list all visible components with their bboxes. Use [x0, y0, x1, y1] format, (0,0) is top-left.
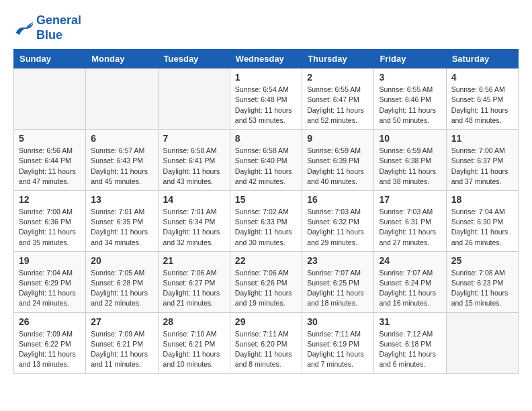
col-header-monday: Monday — [86, 50, 158, 68]
calendar-cell: 5Sunrise: 6:56 AMSunset: 6:44 PMDaylight… — [14, 130, 86, 191]
calendar-cell: 17Sunrise: 7:03 AMSunset: 6:31 PMDayligh… — [374, 190, 446, 251]
calendar-cell: 8Sunrise: 6:58 AMSunset: 6:40 PMDaylight… — [230, 130, 302, 191]
day-number: 22 — [235, 255, 297, 266]
day-number: 31 — [379, 316, 441, 327]
day-info: Sunrise: 7:03 AMSunset: 6:31 PMDaylight:… — [379, 207, 441, 248]
calendar-cell: 27Sunrise: 7:09 AMSunset: 6:21 PMDayligh… — [86, 312, 158, 373]
calendar-cell — [14, 68, 86, 130]
day-number: 9 — [307, 133, 369, 144]
calendar-cell: 23Sunrise: 7:07 AMSunset: 6:25 PMDayligh… — [302, 251, 374, 312]
day-number: 14 — [163, 194, 225, 205]
page-header: General Blue — [13, 13, 519, 42]
day-number: 6 — [91, 133, 152, 144]
day-info: Sunrise: 6:54 AMSunset: 6:48 PMDaylight:… — [235, 85, 297, 126]
calendar-week-row: 26Sunrise: 7:09 AMSunset: 6:22 PMDayligh… — [14, 312, 519, 373]
day-number: 7 — [163, 133, 225, 144]
day-number: 20 — [91, 255, 152, 266]
day-number: 28 — [163, 316, 225, 327]
calendar-cell — [446, 312, 518, 373]
calendar-week-row: 19Sunrise: 7:04 AMSunset: 6:29 PMDayligh… — [14, 251, 519, 312]
day-number: 15 — [235, 194, 297, 205]
day-number: 23 — [307, 255, 369, 266]
day-number: 30 — [307, 316, 369, 327]
calendar-cell — [86, 68, 158, 130]
day-info: Sunrise: 7:01 AMSunset: 6:35 PMDaylight:… — [91, 207, 152, 248]
calendar-cell: 12Sunrise: 7:00 AMSunset: 6:36 PMDayligh… — [14, 190, 86, 251]
calendar-table: SundayMondayTuesdayWednesdayThursdayFrid… — [13, 49, 519, 373]
calendar-cell: 21Sunrise: 7:06 AMSunset: 6:27 PMDayligh… — [158, 251, 230, 312]
calendar-cell: 22Sunrise: 7:06 AMSunset: 6:26 PMDayligh… — [230, 251, 302, 312]
day-info: Sunrise: 7:02 AMSunset: 6:33 PMDaylight:… — [235, 207, 297, 248]
calendar-header-row: SundayMondayTuesdayWednesdayThursdayFrid… — [14, 50, 519, 68]
day-info: Sunrise: 7:00 AMSunset: 6:36 PMDaylight:… — [19, 207, 81, 248]
col-header-thursday: Thursday — [302, 50, 374, 68]
day-number: 26 — [19, 316, 81, 327]
day-info: Sunrise: 7:12 AMSunset: 6:18 PMDaylight:… — [379, 329, 441, 370]
calendar-cell: 11Sunrise: 7:00 AMSunset: 6:37 PMDayligh… — [446, 130, 518, 191]
logo-text: General Blue — [36, 13, 81, 42]
calendar-cell: 19Sunrise: 7:04 AMSunset: 6:29 PMDayligh… — [14, 251, 86, 312]
day-number: 12 — [19, 194, 81, 205]
calendar-cell: 13Sunrise: 7:01 AMSunset: 6:35 PMDayligh… — [86, 190, 158, 251]
calendar-week-row: 1Sunrise: 6:54 AMSunset: 6:48 PMDaylight… — [14, 68, 519, 130]
day-info: Sunrise: 7:00 AMSunset: 6:37 PMDaylight:… — [451, 146, 513, 187]
day-number: 2 — [307, 72, 369, 83]
calendar-cell: 7Sunrise: 6:58 AMSunset: 6:41 PMDaylight… — [158, 130, 230, 191]
day-info: Sunrise: 7:06 AMSunset: 6:26 PMDaylight:… — [235, 268, 297, 309]
day-info: Sunrise: 7:06 AMSunset: 6:27 PMDaylight:… — [163, 268, 225, 309]
logo-icon — [13, 19, 34, 38]
day-info: Sunrise: 6:57 AMSunset: 6:43 PMDaylight:… — [91, 146, 152, 187]
day-info: Sunrise: 7:07 AMSunset: 6:24 PMDaylight:… — [379, 268, 441, 309]
day-info: Sunrise: 6:56 AMSunset: 6:44 PMDaylight:… — [19, 146, 81, 187]
day-number: 29 — [235, 316, 297, 327]
calendar-cell: 1Sunrise: 6:54 AMSunset: 6:48 PMDaylight… — [230, 68, 302, 130]
day-info: Sunrise: 7:11 AMSunset: 6:19 PMDaylight:… — [307, 329, 369, 370]
calendar-cell: 26Sunrise: 7:09 AMSunset: 6:22 PMDayligh… — [14, 312, 86, 373]
calendar-cell — [158, 68, 230, 130]
calendar-cell: 31Sunrise: 7:12 AMSunset: 6:18 PMDayligh… — [374, 312, 446, 373]
day-info: Sunrise: 7:05 AMSunset: 6:28 PMDaylight:… — [91, 268, 152, 309]
day-number: 8 — [235, 133, 297, 144]
calendar-cell: 4Sunrise: 6:56 AMSunset: 6:45 PMDaylight… — [446, 68, 518, 130]
day-info: Sunrise: 6:59 AMSunset: 6:38 PMDaylight:… — [379, 146, 441, 187]
day-number: 11 — [451, 133, 513, 144]
calendar-cell: 15Sunrise: 7:02 AMSunset: 6:33 PMDayligh… — [230, 190, 302, 251]
col-header-saturday: Saturday — [446, 50, 518, 68]
calendar-cell: 16Sunrise: 7:03 AMSunset: 6:32 PMDayligh… — [302, 190, 374, 251]
day-number: 10 — [379, 133, 441, 144]
day-info: Sunrise: 6:58 AMSunset: 6:40 PMDaylight:… — [235, 146, 297, 187]
day-number: 21 — [163, 255, 225, 266]
day-number: 17 — [379, 194, 441, 205]
calendar-cell: 2Sunrise: 6:55 AMSunset: 6:47 PMDaylight… — [302, 68, 374, 130]
day-number: 18 — [451, 194, 513, 205]
calendar-cell: 24Sunrise: 7:07 AMSunset: 6:24 PMDayligh… — [374, 251, 446, 312]
day-number: 16 — [307, 194, 369, 205]
day-number: 24 — [379, 255, 441, 266]
calendar-cell: 10Sunrise: 6:59 AMSunset: 6:38 PMDayligh… — [374, 130, 446, 191]
calendar-cell: 9Sunrise: 6:59 AMSunset: 6:39 PMDaylight… — [302, 130, 374, 191]
day-info: Sunrise: 7:07 AMSunset: 6:25 PMDaylight:… — [307, 268, 369, 309]
calendar-cell: 25Sunrise: 7:08 AMSunset: 6:23 PMDayligh… — [446, 251, 518, 312]
day-number: 4 — [451, 72, 513, 83]
day-info: Sunrise: 7:03 AMSunset: 6:32 PMDaylight:… — [307, 207, 369, 248]
day-info: Sunrise: 6:58 AMSunset: 6:41 PMDaylight:… — [163, 146, 225, 187]
day-info: Sunrise: 6:59 AMSunset: 6:39 PMDaylight:… — [307, 146, 369, 187]
day-number: 13 — [91, 194, 152, 205]
day-info: Sunrise: 6:56 AMSunset: 6:45 PMDaylight:… — [451, 85, 513, 126]
calendar-cell: 3Sunrise: 6:55 AMSunset: 6:46 PMDaylight… — [374, 68, 446, 130]
col-header-friday: Friday — [374, 50, 446, 68]
calendar-cell: 20Sunrise: 7:05 AMSunset: 6:28 PMDayligh… — [86, 251, 158, 312]
col-header-sunday: Sunday — [14, 50, 86, 68]
day-info: Sunrise: 7:11 AMSunset: 6:20 PMDaylight:… — [235, 329, 297, 370]
col-header-wednesday: Wednesday — [230, 50, 302, 68]
col-header-tuesday: Tuesday — [158, 50, 230, 68]
day-info: Sunrise: 7:09 AMSunset: 6:22 PMDaylight:… — [19, 329, 81, 370]
calendar-week-row: 5Sunrise: 6:56 AMSunset: 6:44 PMDaylight… — [14, 130, 519, 191]
day-info: Sunrise: 6:55 AMSunset: 6:47 PMDaylight:… — [307, 85, 369, 126]
day-info: Sunrise: 6:55 AMSunset: 6:46 PMDaylight:… — [379, 85, 441, 126]
calendar-cell: 18Sunrise: 7:04 AMSunset: 6:30 PMDayligh… — [446, 190, 518, 251]
calendar-cell: 6Sunrise: 6:57 AMSunset: 6:43 PMDaylight… — [86, 130, 158, 191]
day-info: Sunrise: 7:08 AMSunset: 6:23 PMDaylight:… — [451, 268, 513, 309]
day-number: 1 — [235, 72, 297, 83]
calendar-cell: 30Sunrise: 7:11 AMSunset: 6:19 PMDayligh… — [302, 312, 374, 373]
